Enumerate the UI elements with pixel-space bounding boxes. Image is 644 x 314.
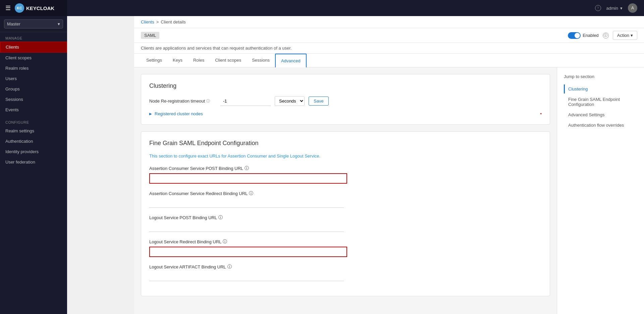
hamburger-icon[interactable]: ☰ [5,4,11,12]
client-header: SAML Enabled ⓘ Action ▾ [134,28,644,43]
sidebar-item-identity-providers[interactable]: Identity providers [0,146,67,157]
sidebar-item-realm-roles[interactable]: Realm roles [0,63,67,73]
sidebar-item-events[interactable]: Events [0,105,67,115]
registered-cluster-nodes-row[interactable]: ▶ Registered cluster nodes • [149,111,542,116]
realm-selector[interactable]: Master ▾ [4,19,63,28]
tab-roles[interactable]: Roles [188,54,210,67]
fine-grain-info: This section to configure exact URLs for… [149,153,542,159]
client-actions: Enabled ⓘ Action ▾ [568,31,637,40]
registered-nodes-label: Registered cluster nodes [155,111,203,116]
tab-sessions[interactable]: Sessions [247,54,275,67]
configure-section-label: Configure [0,115,67,126]
user-chevron: ▾ [620,6,623,11]
sidebar-item-identity-providers-label: Identity providers [5,149,39,154]
sidebar-item-events-label: Events [5,107,19,112]
right-nav: Jump to section Clustering Fine Grain SA… [557,67,644,314]
red-dot: • [540,111,542,116]
enabled-toggle-container: Enabled [568,32,599,39]
assertion-redirect-info-icon[interactable]: ⓘ [249,190,253,196]
node-reregistration-row: Node Re-registration timeout ⓘ Seconds M… [149,96,542,106]
manage-section-label: Manage [0,32,67,42]
right-nav-item-clustering[interactable]: Clustering [564,84,637,93]
main-content: Clustering Node Re-registration timeout … [134,67,557,314]
logout-redirect-info-icon[interactable]: ⓘ [223,239,227,245]
logout-post-info-icon[interactable]: ⓘ [218,214,223,221]
sidebar-header: ☰ KC KEYCLOAK [0,0,67,16]
tabs-bar: Settings Keys Roles Client scopes Sessio… [134,54,644,67]
clustering-section: Clustering Node Re-registration timeout … [141,74,550,125]
right-nav-title: Jump to section [564,74,637,79]
logout-redirect-label: Logout Service Redirect Binding URL ⓘ [149,239,542,245]
expand-icon: ▶ [149,112,152,116]
sidebar-item-realm-settings-label: Realm settings [5,128,34,133]
logout-post-row: Logout Service POST Binding URL ⓘ [149,214,542,232]
sidebar-item-user-federation[interactable]: User federation [0,157,67,167]
logout-post-input[interactable] [149,223,344,232]
sidebar: ☰ KC KEYCLOAK Master ▾ Manage Clients Cl… [0,0,67,314]
tab-settings[interactable]: Settings [141,54,167,67]
sidebar-item-clients[interactable]: Clients [0,42,67,53]
assertion-post-row: Assertion Consumer Service POST Binding … [149,165,542,184]
sidebar-item-users[interactable]: Users [0,73,67,84]
node-reregistration-input[interactable] [220,97,271,106]
sidebar-item-realm-roles-label: Realm roles [5,66,29,71]
logout-artifact-info-icon[interactable]: ⓘ [227,264,232,270]
tab-keys[interactable]: Keys [167,54,188,67]
clustering-save-button[interactable]: Save [309,97,329,106]
realm-name: Master [7,21,20,26]
sidebar-logo: KC KEYCLOAK [15,3,54,13]
user-name: admin [606,6,618,11]
content-area: Clustering Node Re-registration timeout … [134,67,644,314]
main-content-area: Clients > Client details SAML Enabled ⓘ … [134,16,644,314]
tab-advanced[interactable]: Advanced [275,54,307,67]
user-avatar[interactable]: A [628,3,637,13]
sidebar-item-authentication[interactable]: Authentication [0,136,67,146]
user-menu[interactable]: admin ▾ [606,6,623,11]
logout-artifact-row: Logout Service ARTIFACT Binding URL ⓘ [149,264,542,281]
sidebar-item-users-label: Users [5,76,17,81]
node-reregistration-info-icon[interactable]: ⓘ [206,99,210,104]
sidebar-item-client-scopes-label: Client scopes [5,55,32,60]
right-nav-item-advanced-settings[interactable]: Advanced Settings [564,110,637,119]
client-name-badge: SAML [141,32,159,39]
sidebar-item-user-federation-label: User federation [5,160,35,165]
sidebar-item-client-scopes[interactable]: Client scopes [0,53,67,63]
fine-grain-title: Fine Grain SAML Endpoint Configuration [149,140,542,147]
breadcrumb-clients-link[interactable]: Clients [141,19,154,24]
node-reregistration-label: Node Re-registration timeout ⓘ [149,99,216,104]
logout-redirect-row: Logout Service Redirect Binding URL ⓘ [149,239,542,257]
sidebar-item-authentication-label: Authentication [5,139,33,144]
right-nav-item-fine-grain[interactable]: Fine Grain SAML Endpoint Configuration [564,95,637,109]
realm-chevron: ▾ [58,21,60,26]
sidebar-item-groups-label: Groups [5,86,20,91]
sidebar-item-sessions[interactable]: Sessions [0,94,67,105]
help-icon[interactable]: ? [595,5,601,11]
logout-artifact-input[interactable] [149,272,344,281]
logout-redirect-input[interactable] [149,247,347,257]
sidebar-item-clients-label: Clients [6,45,19,50]
fine-grain-section: Fine Grain SAML Endpoint Configuration T… [141,131,550,296]
action-button[interactable]: Action ▾ [613,31,637,40]
enabled-label: Enabled [583,33,599,38]
client-description: Clients are applications and services th… [134,43,644,54]
logout-artifact-label: Logout Service ARTIFACT Binding URL ⓘ [149,264,542,270]
sidebar-item-groups[interactable]: Groups [0,84,67,94]
assertion-redirect-input[interactable] [149,198,344,208]
assertion-post-info-icon[interactable]: ⓘ [245,165,249,171]
logo-icon: KC [15,3,24,13]
enabled-toggle[interactable] [568,32,581,39]
assertion-post-input[interactable] [149,173,347,184]
action-help-icon[interactable]: ⓘ [603,33,609,39]
seconds-select[interactable]: Seconds Minutes Hours Days [275,96,305,106]
breadcrumb-separator: > [156,19,159,24]
clustering-title: Clustering [149,82,542,89]
sidebar-item-realm-settings[interactable]: Realm settings [0,126,67,136]
logo-text: KEYCLOAK [26,5,54,11]
right-nav-item-auth-flow[interactable]: Authentication flow overrides [564,121,637,130]
assertion-post-label: Assertion Consumer Service POST Binding … [149,165,542,171]
topbar: ? admin ▾ A [67,0,644,16]
sidebar-item-sessions-label: Sessions [5,97,23,102]
tab-client-scopes[interactable]: Client scopes [210,54,247,67]
realm-selector-container: Master ▾ [0,16,67,32]
assertion-redirect-label: Assertion Consumer Service Redirect Bind… [149,190,542,196]
